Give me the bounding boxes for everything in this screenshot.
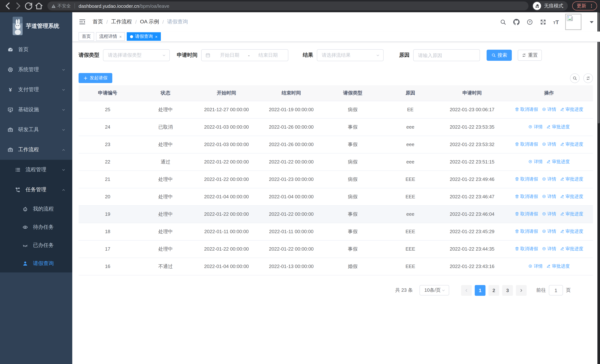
progress-link[interactable]: 审批进度: [560, 176, 583, 182]
progress-link[interactable]: 审批进度: [560, 211, 583, 217]
cancel-link[interactable]: 取消请假: [515, 176, 538, 182]
detail-link[interactable]: 详情: [542, 194, 556, 200]
reset-button[interactable]: 重置: [518, 50, 542, 61]
sidebar-item-label: 我的流程: [33, 205, 54, 212]
cell-id: 20: [79, 188, 137, 205]
tab-label: 请假查询: [135, 33, 153, 40]
result-select[interactable]: 请选择流结果: [317, 49, 384, 61]
sidebar-item-home[interactable]: 首页: [0, 40, 72, 60]
back-icon[interactable]: [3, 1, 13, 11]
divider: [75, 3, 75, 9]
show-search-button[interactable]: [570, 73, 580, 83]
progress-link[interactable]: 审批进度: [560, 228, 583, 235]
start-date-placeholder[interactable]: 开始日期: [213, 52, 247, 59]
tab-leave-query[interactable]: 请假查询×: [127, 32, 161, 41]
prev-page-button[interactable]: [461, 285, 472, 296]
breadcrumb-item[interactable]: OA 示例: [140, 19, 159, 25]
cancel-link[interactable]: 取消请假: [515, 211, 538, 217]
scrollbar-thumb[interactable]: [598, 12, 600, 123]
filter-form: 请假类型 请选择请假类型 申请时间 开始日期 - 结束日期 结果 请选择流结果: [79, 49, 593, 61]
apply-time-range-picker[interactable]: 开始日期 - 结束日期: [201, 49, 288, 61]
sidebar-item-todo-task[interactable]: 待办任务: [0, 218, 72, 236]
github-icon[interactable]: [513, 19, 519, 25]
detail-link[interactable]: 详情: [542, 211, 556, 217]
font-size-icon[interactable]: TT: [553, 19, 559, 25]
progress-link[interactable]: 审批进度: [560, 246, 583, 252]
chevron-down-icon[interactable]: [589, 19, 595, 25]
sidebar-item-dev-tools[interactable]: 研发工具: [0, 120, 72, 140]
search-icon[interactable]: [500, 19, 506, 25]
detail-link[interactable]: 详情: [542, 228, 556, 235]
avatar[interactable]: [565, 14, 581, 30]
detail-link[interactable]: 详情: [542, 176, 556, 182]
progress-link[interactable]: 审批进度: [546, 159, 570, 165]
home-icon[interactable]: [34, 1, 44, 11]
security-label[interactable]: 不安全: [57, 3, 71, 9]
help-icon[interactable]: ?: [526, 19, 533, 25]
sidebar-item-leave-query[interactable]: 请假查询: [0, 254, 72, 272]
sidebar-item-system[interactable]: 系统管理: [0, 60, 72, 80]
sidebar-item-workflow[interactable]: 工作流程: [0, 140, 72, 160]
cell-apply_time: 2022-01-22 23:51:15: [439, 153, 505, 170]
breadcrumb-item[interactable]: 工作流程: [111, 19, 132, 25]
progress-link[interactable]: 审批进度: [560, 141, 583, 148]
breadcrumb-item[interactable]: 首页: [93, 19, 103, 25]
detail-link[interactable]: 详情: [542, 141, 556, 148]
page-3-button[interactable]: 3: [502, 285, 513, 296]
browser-update-button[interactable]: 更新: [572, 1, 597, 10]
progress-link[interactable]: 审批进度: [546, 124, 570, 130]
sidebar-item-task-mgmt[interactable]: 任务管理: [0, 180, 72, 200]
url-text[interactable]: dashboard.yudao.iocoder.cn/bpm/oa/leave: [79, 3, 169, 9]
sidebar-item-done-task[interactable]: 已办任务: [0, 236, 72, 254]
create-leave-button[interactable]: 发起请假: [79, 73, 112, 83]
progress-link[interactable]: 审批进度: [546, 263, 570, 270]
cell-start: 2022-01-03 00:00:00: [194, 136, 259, 153]
detail-link[interactable]: 详情: [528, 263, 543, 270]
column-header-type: 请假类型: [324, 85, 382, 101]
tab-home[interactable]: 首页: [79, 32, 94, 41]
sidebar-item-process-mgmt[interactable]: 流程管理: [0, 160, 72, 180]
progress-link[interactable]: 审批进度: [560, 106, 583, 113]
page-size-select[interactable]: 10条/页: [420, 285, 449, 295]
cell-id: 22: [79, 153, 137, 170]
cancel-link[interactable]: 取消请假: [515, 228, 538, 235]
reload-icon[interactable]: [24, 1, 33, 11]
sidebar-item-infrastructure[interactable]: 基础设施: [0, 100, 72, 120]
cell-apply_time: 2022-01-23 00:06:17: [439, 101, 505, 118]
page-1-button[interactable]: 1: [475, 285, 486, 296]
cancel-link[interactable]: 取消请假: [515, 106, 538, 113]
breadcrumb-separator: /: [135, 19, 137, 25]
tab-process-detail[interactable]: 流程详情×: [96, 32, 125, 41]
leave-type-select[interactable]: 请选择请假类型: [103, 49, 170, 61]
close-icon[interactable]: ×: [119, 34, 122, 39]
progress-link[interactable]: 审批进度: [560, 194, 583, 200]
collapse-sidebar-icon[interactable]: [79, 18, 86, 26]
end-date-placeholder[interactable]: 结束日期: [251, 52, 285, 59]
sidebar-item-my-process[interactable]: 我的流程: [0, 200, 72, 218]
detail-link[interactable]: 详情: [528, 124, 543, 130]
reason-label: 原因: [399, 52, 410, 59]
page-2-button[interactable]: 2: [488, 285, 499, 296]
goto-page-input[interactable]: [549, 288, 562, 293]
detail-link[interactable]: 详情: [542, 246, 556, 252]
cancel-link[interactable]: 取消请假: [515, 194, 538, 200]
forward-icon[interactable]: [13, 1, 23, 11]
page-scrollbar[interactable]: [597, 12, 600, 364]
detail-link[interactable]: 详情: [528, 159, 543, 165]
sidebar-item-payment[interactable]: ¥支付管理: [0, 80, 72, 100]
refresh-table-button[interactable]: [583, 73, 593, 83]
search-button[interactable]: 搜索: [487, 50, 512, 61]
cancel-link[interactable]: 取消请假: [515, 141, 538, 148]
action-label: 审批进度: [565, 246, 583, 252]
address-bar[interactable]: 不安全 dashboard.yudao.iocoder.cn/bpm/oa/le…: [47, 1, 528, 10]
menu-dots-icon[interactable]: [589, 3, 594, 9]
chevron-down-icon: [441, 288, 445, 292]
sidebar-item-label: 待办任务: [33, 224, 54, 230]
next-page-button[interactable]: [516, 285, 527, 296]
fullscreen-icon[interactable]: [540, 19, 546, 25]
detail-link[interactable]: 详情: [542, 106, 556, 113]
cell-actions: 详情审批进度: [505, 258, 593, 275]
cancel-link[interactable]: 取消请假: [515, 246, 538, 252]
reason-input[interactable]: [413, 52, 479, 58]
close-icon[interactable]: ×: [155, 34, 158, 39]
